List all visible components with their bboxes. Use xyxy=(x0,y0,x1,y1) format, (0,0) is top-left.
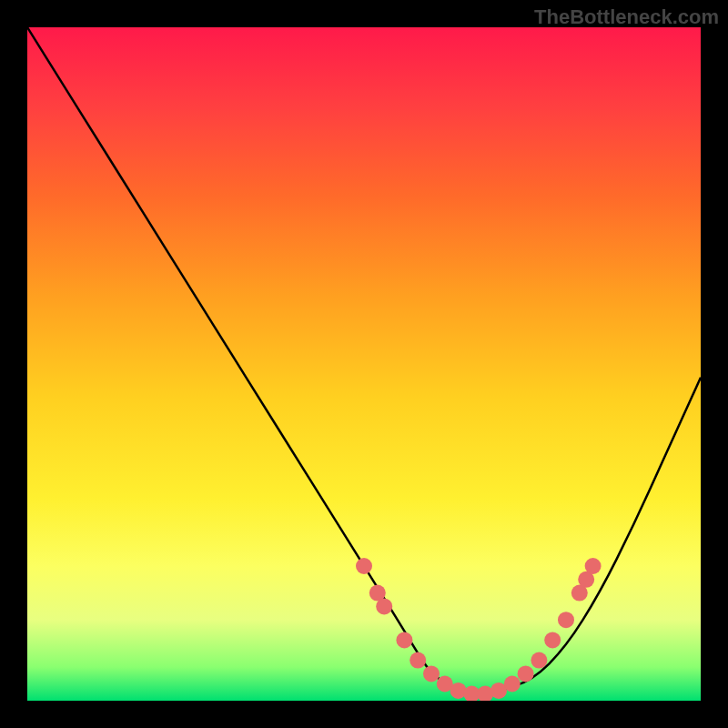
data-marker xyxy=(423,665,440,682)
data-markers xyxy=(356,558,602,701)
data-marker xyxy=(504,676,521,693)
data-marker xyxy=(585,558,602,574)
data-marker xyxy=(410,652,426,669)
data-marker xyxy=(518,665,534,682)
data-marker xyxy=(356,558,372,574)
data-marker xyxy=(558,612,574,628)
data-marker xyxy=(396,632,412,648)
bottleneck-curve xyxy=(27,27,701,693)
watermark-text: TheBottleneck.com xyxy=(534,5,719,29)
chart-overlay xyxy=(27,27,701,701)
data-marker xyxy=(376,598,392,614)
data-marker xyxy=(531,652,547,669)
chart-container: TheBottleneck.com xyxy=(0,0,728,728)
data-marker xyxy=(544,632,561,648)
